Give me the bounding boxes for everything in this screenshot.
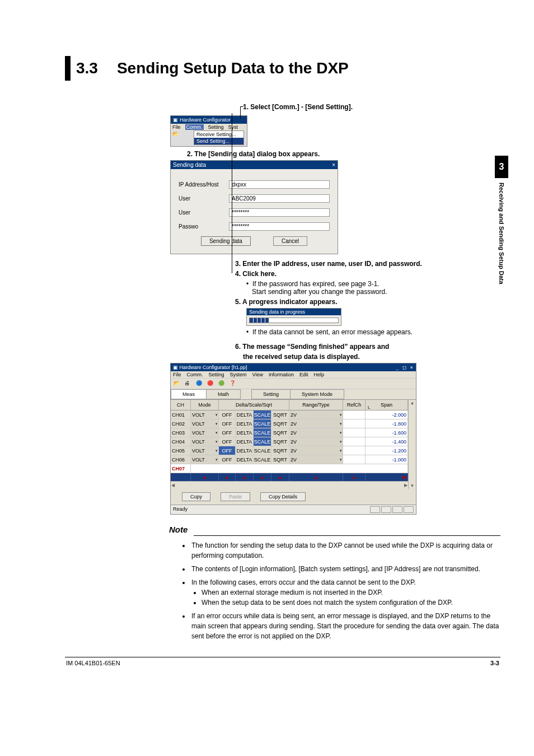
heading-bar-icon — [65, 56, 71, 81]
open-icon[interactable]: 📂 — [173, 380, 181, 388]
leader-line-icon — [240, 106, 243, 119]
cell-sqrt[interactable]: SQRT — [271, 437, 289, 446]
table-row: CH04VOLTOFFDELTASCALESQRT2V-1.400 — [171, 437, 408, 446]
leader-line-icon — [232, 113, 232, 273]
cell-span[interactable]: -1.200 — [366, 446, 408, 455]
cell-sqrt[interactable]: SQRT — [271, 410, 289, 419]
user-input[interactable]: ABC2009 — [229, 194, 330, 203]
menu-comm[interactable]: Comm. — [185, 124, 204, 130]
cell-off[interactable]: OFF — [219, 428, 236, 437]
cell-off[interactable]: OFF — [219, 437, 236, 446]
window-controls-icon[interactable]: _ □ × — [396, 365, 414, 370]
password-input[interactable]: ******** — [229, 222, 330, 231]
cell-sqrt[interactable]: SQRT — [271, 455, 289, 464]
cell-delta[interactable]: DELTA — [236, 410, 254, 419]
tab-math[interactable]: Math — [206, 389, 241, 399]
table-row: CH03VOLTOFFDELTASCALESQRT2V-1.600 — [171, 428, 408, 437]
sending-data-button[interactable]: Sending data — [201, 236, 251, 246]
menu-item-receive[interactable]: Receive Setting... — [194, 131, 243, 138]
menu-item-send[interactable]: Send Setting... — [194, 138, 243, 144]
open-icon[interactable]: 📂 — [171, 130, 180, 146]
menu-help[interactable]: Help — [313, 372, 324, 377]
menu-system[interactable]: System — [230, 372, 247, 377]
cell-sqrt[interactable]: SQRT — [271, 419, 289, 428]
note-item: In the following cases, errors occur and… — [190, 577, 500, 608]
tab-meas[interactable]: Meas — [171, 389, 207, 399]
cell-delta[interactable]: DELTA — [236, 446, 254, 455]
menu-file[interactable]: File — [173, 372, 181, 377]
cell-span[interactable]: -1.000 — [366, 455, 408, 464]
tab-system-mode[interactable]: System Mode — [290, 389, 344, 399]
help-icon[interactable]: ❓ — [229, 380, 237, 388]
cell-span[interactable]: -2.000 — [366, 410, 408, 419]
close-icon[interactable]: × — [332, 162, 335, 168]
userid-input[interactable]: ******** — [229, 208, 330, 217]
cell-off[interactable]: OFF — [219, 446, 236, 455]
cell-refch — [343, 455, 366, 464]
cell-delta[interactable]: DELTA — [236, 419, 254, 428]
cancel-button[interactable]: Cancel — [273, 236, 307, 246]
paste-button[interactable]: Paste — [221, 492, 250, 501]
cell-span[interactable]: -1.800 — [366, 419, 408, 428]
menu-comm[interactable]: Comm. — [187, 372, 203, 377]
cell-delta[interactable]: DELTA — [236, 455, 254, 464]
cell-mode[interactable]: VOLT — [191, 455, 219, 464]
cell-scale[interactable]: SCALE — [254, 437, 271, 446]
cell-delta[interactable]: DELTA — [236, 428, 254, 437]
cell-range[interactable]: 2V — [289, 410, 343, 419]
step-5: 5. A progress indicator appears. — [235, 298, 500, 306]
table-row: CH02VOLTOFFDELTASCALESQRT2V-1.800 — [171, 419, 408, 428]
cell-range[interactable]: 2V — [289, 437, 343, 446]
cell-sqrt[interactable]: SQRT — [271, 428, 289, 437]
cell-scale[interactable]: SCALE — [254, 410, 271, 419]
cell-mode[interactable]: VOLT — [191, 437, 219, 446]
cell-range[interactable]: 2V — [289, 428, 343, 437]
cell-span[interactable]: -1.600 — [366, 428, 408, 437]
copy-button[interactable]: Copy — [182, 492, 210, 501]
tool-icon-2[interactable]: 🔴 — [207, 380, 214, 388]
tool-icon-3[interactable]: 🟢 — [218, 380, 226, 388]
progress-bar — [249, 318, 339, 323]
menu-setting[interactable]: Setting — [209, 372, 224, 377]
cell-scale[interactable]: SCALE — [254, 428, 271, 437]
table-row: CH01VOLTOFFDELTASCALESQRT2V-2.000 — [171, 410, 408, 419]
tool-icon-1[interactable]: 🔵 — [195, 380, 203, 388]
cell-off[interactable]: OFF — [219, 419, 236, 428]
status-indicators — [370, 506, 414, 513]
table-body: CH01VOLTOFFDELTASCALESQRT2V-2.000CH02VOL… — [171, 410, 408, 473]
cell-off[interactable]: OFF — [219, 410, 236, 419]
status-text: Ready — [173, 506, 188, 513]
print-icon[interactable]: 🖨 — [184, 380, 192, 388]
menu-setting[interactable]: Setting — [208, 124, 224, 130]
cell-scale[interactable]: SCALE — [254, 446, 271, 455]
note-list: The function for sending the setup data … — [182, 540, 500, 641]
cell-range[interactable]: 2V — [289, 455, 343, 464]
menu-edit[interactable]: Edit — [299, 372, 308, 377]
h-scrollbar[interactable]: ◀▶ — [171, 481, 408, 489]
cell-mode[interactable]: VOLT — [191, 419, 219, 428]
v-scrollbar[interactable]: ▲▼ — [408, 400, 416, 489]
menu-file[interactable]: File — [172, 124, 181, 130]
tab-setting[interactable]: Setting — [251, 389, 291, 399]
cell-mode[interactable]: VOLT — [191, 410, 219, 419]
cell-range[interactable]: 2V — [289, 419, 343, 428]
note-heading: Note — [169, 525, 500, 534]
footer-rule — [65, 657, 500, 657]
cell-scale[interactable]: SCALE — [254, 455, 271, 464]
cell-sqrt[interactable]: SQRT — [271, 446, 289, 455]
cell-scale[interactable]: SCALE — [254, 419, 271, 428]
cell-mode[interactable]: VOLT — [191, 428, 219, 437]
cell-off[interactable]: OFF — [219, 455, 236, 464]
ip-input[interactable]: dxpxx — [229, 180, 330, 189]
menu-information[interactable]: Information — [269, 372, 294, 377]
cell-ch: CH04 — [171, 437, 191, 446]
menu-syst[interactable]: Syst — [228, 124, 238, 130]
copy-details-button[interactable]: Copy Details — [260, 492, 306, 501]
cell-range[interactable]: 2V — [289, 446, 343, 455]
col-refch: RefCh — [343, 400, 366, 410]
menu-view[interactable]: View — [252, 372, 263, 377]
cell-mode[interactable]: VOLT — [191, 446, 219, 455]
cell-delta[interactable]: DELTA — [236, 437, 254, 446]
cell-span[interactable]: -1.400 — [366, 437, 408, 446]
window-title-bar: ▣ Hardware Configurator [h1.pp] _ □ × — [171, 363, 416, 371]
